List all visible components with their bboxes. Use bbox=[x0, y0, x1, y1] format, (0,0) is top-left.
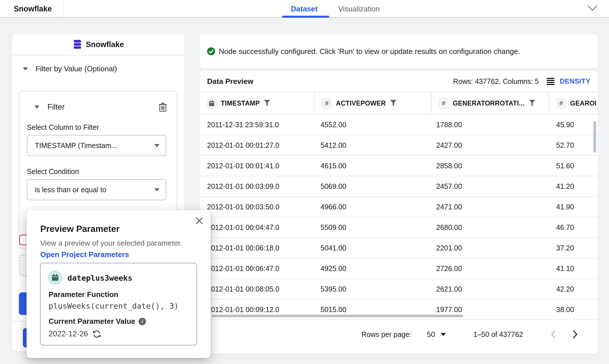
popup-description: View a preview of your selected paramete… bbox=[40, 239, 182, 248]
database-icon bbox=[73, 39, 82, 50]
filter-funnel-icon[interactable] bbox=[264, 100, 271, 107]
parameter-name: dateplus3weeks bbox=[67, 274, 133, 282]
status-card: Node successfully configured. Click 'Run… bbox=[200, 34, 598, 68]
open-project-parameters-link[interactable]: Open Project Parameters bbox=[40, 250, 129, 259]
add-filter-button-fragment[interactable] bbox=[19, 254, 27, 276]
table-cell: 2471.00 bbox=[432, 197, 549, 217]
table-row: 2012-01-01 00:06:47.04925.002726.0041.10 bbox=[200, 258, 598, 279]
table-cell: 41.20 bbox=[549, 176, 598, 196]
parameter-function-value: plusWeeks(current_date(), 3) bbox=[49, 302, 179, 310]
data-preview-title: Data Preview bbox=[207, 77, 453, 86]
table-cell: 51.60 bbox=[549, 156, 598, 176]
table-cell: 5509.00 bbox=[315, 217, 432, 237]
parameter-card: dateplus3weeks Parameter Function plusWe… bbox=[40, 263, 197, 345]
table-cell: 2012-01-01 00:03:09.0 bbox=[200, 176, 315, 196]
table-row: 2012-01-01 00:01:27.05412.002427.0052.70 bbox=[200, 135, 598, 156]
table-cell: 5395.00 bbox=[315, 279, 432, 299]
table-cell: 2858.00 bbox=[432, 156, 549, 176]
table-cell: 2621.00 bbox=[432, 279, 549, 299]
table-row: 2012-01-01 00:03:50.04966.002471.0041.90 bbox=[200, 197, 598, 217]
column-header-timestamp[interactable]: TIMESTAMP bbox=[200, 92, 315, 114]
number-type-icon: # bbox=[322, 98, 332, 109]
table-cell: 4925.00 bbox=[315, 258, 432, 278]
table-row: 2012-01-01 00:06:18.05041.002201.0037.20 bbox=[200, 238, 598, 258]
table-cell: 46.70 bbox=[549, 217, 598, 237]
table-row: 2012-01-01 00:08:05.05395.002621.0042.20 bbox=[200, 279, 598, 300]
table-cell: 2012-01-01 00:03:50.0 bbox=[200, 197, 315, 217]
table-row: 2012-01-01 00:03:09.05069.002457.0041.20 bbox=[200, 176, 598, 197]
column-select[interactable]: TIMESTAMP (Timestam... bbox=[27, 135, 166, 156]
refresh-icon[interactable] bbox=[93, 330, 101, 338]
density-icon[interactable] bbox=[547, 78, 554, 85]
calendar-icon bbox=[48, 270, 63, 285]
table-cell: 5412.00 bbox=[315, 135, 432, 155]
node-title: Snowflake bbox=[86, 40, 124, 49]
table-cell: 52.70 bbox=[549, 135, 598, 155]
filter-by-value-section[interactable]: Filter by Value (Optional) bbox=[12, 55, 185, 81]
window-title: Snowflake bbox=[14, 0, 52, 18]
table-header-row: TIMESTAMP # ACTIVEPOWER # GENERATORROTAT… bbox=[200, 92, 598, 115]
table-cell: 41.10 bbox=[549, 258, 598, 278]
horizontal-scrollbar[interactable] bbox=[211, 315, 463, 317]
table-cell: 2011-12-31 23:59:31.0 bbox=[200, 115, 315, 135]
table-cell: 4966.00 bbox=[315, 197, 432, 217]
table-cell: 2012-01-01 00:06:47.0 bbox=[200, 258, 315, 278]
column-select-value: TIMESTAMP (Timestam... bbox=[35, 141, 154, 150]
rows-per-page-select[interactable]: 50 bbox=[427, 330, 446, 339]
filter-funnel-icon[interactable] bbox=[529, 100, 536, 107]
density-button[interactable]: DENSITY bbox=[560, 77, 590, 85]
table-cell: 2012-01-01 00:01:41.0 bbox=[200, 156, 315, 176]
tab-dataset[interactable]: Dataset bbox=[291, 0, 318, 18]
table-cell: 2012-01-01 00:06:18.0 bbox=[200, 238, 315, 258]
condition-select[interactable]: is less than or equal to bbox=[27, 179, 166, 200]
column-header-activepower[interactable]: # ACTIVEPOWER bbox=[315, 92, 432, 114]
filter-funnel-icon[interactable] bbox=[390, 100, 397, 107]
table-cell: 5069.00 bbox=[315, 176, 432, 196]
previous-page-button[interactable] bbox=[548, 329, 559, 340]
parameter-chip-fragment bbox=[19, 234, 27, 245]
topbar-divider bbox=[63, 0, 63, 18]
table-cell: 2427.00 bbox=[432, 135, 549, 155]
close-icon[interactable] bbox=[195, 217, 204, 225]
table-cell: 4552.00 bbox=[315, 115, 432, 135]
table-body: 2011-12-31 23:59:31.04552.001788.0045.90… bbox=[200, 115, 598, 320]
trash-icon[interactable] bbox=[159, 102, 167, 112]
table-cell: 2012-01-01 00:08:05.0 bbox=[200, 279, 315, 299]
table-cell: 5041.00 bbox=[315, 238, 432, 258]
condition-select-value: is less than or equal to bbox=[35, 186, 154, 194]
column-header-gearoil[interactable]: # GEAROI bbox=[549, 92, 598, 114]
column-header-generatorrotation[interactable]: # GENERATORROTATI... bbox=[432, 92, 549, 114]
table-cell: 42.20 bbox=[549, 279, 598, 299]
top-bar: Snowflake Dataset Visualization bbox=[0, 0, 609, 18]
table-cell: 2012-01-01 00:04:47.0 bbox=[200, 217, 315, 237]
vertical-scrollbar[interactable] bbox=[593, 121, 596, 153]
select-caret-icon bbox=[441, 333, 446, 336]
preview-parameter-popup: Preview Parameter View a preview of your… bbox=[27, 210, 211, 358]
current-parameter-value-label: Current Parameter Value bbox=[49, 317, 135, 326]
table-cell: 2726.00 bbox=[432, 258, 549, 278]
table-cell: 38.00 bbox=[549, 300, 598, 319]
rows-columns-meta: Rows: 437762, Columns: 5 bbox=[453, 77, 539, 86]
active-tab-underline bbox=[282, 16, 329, 18]
node-header: Snowflake bbox=[12, 34, 185, 55]
info-icon[interactable]: i bbox=[139, 318, 146, 325]
next-page-button[interactable] bbox=[569, 329, 581, 340]
section-label: Filter by Value (Optional) bbox=[35, 64, 117, 73]
number-type-icon: # bbox=[556, 98, 566, 109]
column-field-label: Select Column to Filter bbox=[19, 112, 177, 135]
pagination-bar: Rows per page: 50 1–50 of 437762 bbox=[200, 320, 598, 354]
table-row: 2012-01-01 00:04:47.05509.002680.0046.70 bbox=[200, 217, 598, 238]
condition-field-label: Select Condition bbox=[19, 156, 177, 179]
tab-visualization[interactable]: Visualization bbox=[338, 0, 380, 18]
data-preview-card: Data Preview Rows: 437762, Columns: 5 DE… bbox=[200, 71, 598, 354]
table-cell: 1788.00 bbox=[432, 115, 549, 135]
pagination-range: 1–50 of 437762 bbox=[473, 330, 523, 339]
rows-per-page-label: Rows per page: bbox=[361, 330, 411, 339]
current-parameter-value: 2022-12-26 bbox=[49, 329, 88, 338]
table-row: 2011-12-31 23:59:31.04552.001788.0045.90 bbox=[200, 115, 598, 135]
table-cell: 2012-01-01 00:01:27.0 bbox=[200, 135, 315, 155]
table-cell: 4615.00 bbox=[315, 156, 432, 176]
chevron-down-icon[interactable] bbox=[586, 3, 599, 13]
popup-title: Preview Parameter bbox=[40, 224, 119, 234]
filter-collapse-caret-icon[interactable] bbox=[34, 106, 39, 109]
